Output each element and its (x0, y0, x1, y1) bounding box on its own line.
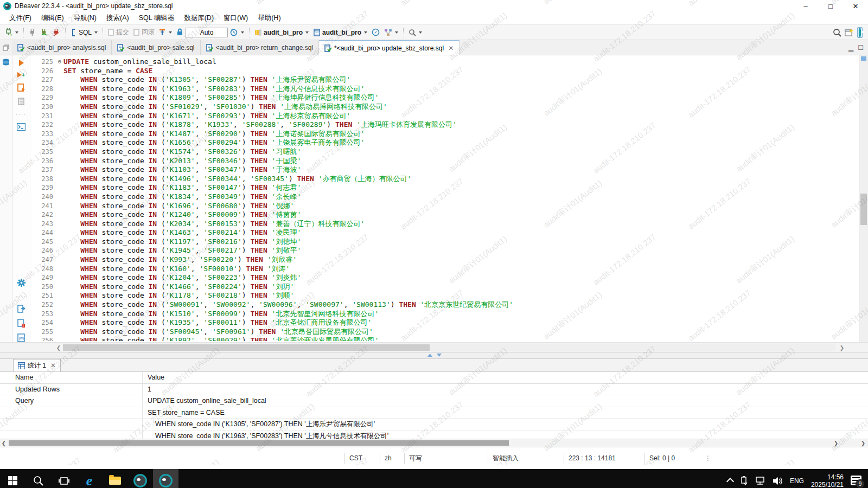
tab-close-icon[interactable]: ✕ (448, 44, 454, 52)
minimize-button[interactable]: – (793, 0, 818, 12)
new-connection-dropdown[interactable] (15, 31, 18, 34)
dbeaver-taskbar-button[interactable] (127, 469, 153, 488)
toolbar-search-button[interactable] (407, 28, 424, 37)
scroll-left-arrow[interactable]: ❮ (0, 439, 8, 447)
execute-new-tab-icon[interactable]: + (17, 72, 25, 78)
vertical-scroll-thumb[interactable] (860, 194, 867, 225)
scroll-right-arrow[interactable]: ❯ (838, 345, 846, 351)
export-output-icon[interactable] (17, 305, 25, 313)
minimize-editor-icon[interactable]: ▁ (848, 44, 853, 52)
execute-statement-icon[interactable] (19, 60, 24, 66)
menu-item[interactable]: 帮助(H) (253, 12, 285, 24)
stats-row-value[interactable]: SET store_name = CASE (142, 407, 868, 419)
script-icon[interactable] (17, 98, 25, 106)
database-selector[interactable]: audit_bi_pro (253, 28, 310, 37)
insert-mode-indicator[interactable]: 智能插入 (488, 453, 564, 464)
stats-row-value[interactable]: 1 (142, 384, 868, 396)
new-connection-button[interactable]: + (3, 27, 20, 37)
sash-grip-icon[interactable] (427, 354, 442, 357)
maximize-button[interactable]: □ (818, 0, 843, 12)
schema-dropdown[interactable] (364, 31, 367, 34)
history-button[interactable] (228, 27, 246, 37)
commit-button[interactable]: 提交 (106, 27, 131, 38)
database-navigator-icon[interactable] (2, 58, 10, 67)
scroll-left-arrow[interactable]: ❮ (54, 345, 63, 351)
scroll-right-arrow[interactable]: ❯ (832, 439, 840, 447)
file-explorer-button[interactable] (102, 469, 127, 488)
stats-row-value[interactable]: UPDATE custom_online_sale_bill_local (142, 395, 868, 407)
rollback-button[interactable]: 回滚 (132, 27, 156, 38)
statistics-tab-close-icon[interactable]: ✕ (50, 362, 56, 369)
taskbar-search-button[interactable] (25, 469, 51, 488)
caret-position-indicator[interactable]: 223 : 13 : 14181 (564, 453, 644, 464)
panel-horizontal-scrollbar[interactable]: ❮ ❯ ❯ (0, 439, 868, 447)
sql-editor-button[interactable]: SQL (69, 28, 99, 37)
menu-item[interactable]: 数据库(D) (179, 12, 219, 24)
schema-selector[interactable]: audit_bi_pro (311, 28, 369, 37)
lock-button[interactable] (175, 27, 185, 37)
history-dropdown[interactable] (241, 31, 244, 34)
execute-script-icon[interactable] (17, 84, 25, 92)
editor-tab-1[interactable]: <audit_bi_pro> analysis.sql (12, 40, 112, 55)
close-button[interactable]: ✕ (843, 0, 868, 12)
horizontal-scroll-thumb[interactable] (63, 344, 430, 351)
sql-editor[interactable]: 225⊖UPDATE custom_online_sale_bill_local… (30, 55, 859, 342)
transaction-log-button[interactable] (157, 27, 174, 37)
menu-item[interactable]: SQL 编辑器 (134, 12, 180, 24)
user-profile-button[interactable] (857, 27, 863, 38)
variables-icon[interactable]: (w) (17, 333, 25, 342)
write-mode-indicator[interactable]: 可写 (404, 453, 488, 464)
stats-row-name[interactable] (0, 419, 142, 431)
statistics-tab[interactable]: 统计 1 ✕ (13, 359, 61, 371)
timezone-indicator[interactable]: CST (344, 453, 380, 464)
navigator-sync-button[interactable] (370, 27, 381, 37)
panel-scroll-thumb[interactable] (9, 440, 509, 446)
quick-search-icon[interactable] (833, 28, 841, 37)
error-log-icon[interactable]: ! (17, 319, 25, 328)
transaction-dropdown[interactable] (169, 31, 172, 34)
menu-item[interactable]: 搜索(A) (101, 12, 134, 24)
er-diagram-button[interactable] (382, 28, 400, 37)
menu-item[interactable]: 文件(F) (4, 12, 36, 24)
panel-sash[interactable] (0, 352, 868, 359)
action-center-button[interactable]: 9 (851, 476, 863, 486)
editor-tab-4[interactable]: *<audit_bi_pro> update_sbz_store.sql✕ (319, 40, 459, 55)
restore-panel-icon[interactable] (0, 40, 12, 55)
dbeaver-taskbar-button-active[interactable] (153, 469, 178, 488)
menu-item[interactable]: 窗口(W) (219, 12, 253, 24)
scroll-right-arrow[interactable]: ❯ (859, 439, 867, 447)
start-button[interactable] (0, 469, 25, 488)
stats-row-name[interactable]: Updated Rows (0, 384, 142, 396)
network-icon[interactable] (755, 477, 765, 485)
editor-tab-3[interactable]: <audit_bi_pro> return_change.sql (201, 40, 319, 55)
stats-row-name[interactable] (0, 407, 142, 419)
terminal-icon[interactable] (17, 123, 25, 131)
perspective-icon[interactable] (845, 28, 854, 37)
menu-item[interactable]: 导航(N) (69, 12, 101, 24)
commit-mode-combo[interactable]: Auto (186, 28, 228, 37)
input-language-indicator[interactable]: ENG (790, 477, 804, 485)
connect-button[interactable] (27, 28, 37, 37)
stats-row-name[interactable]: Query (0, 395, 142, 407)
er-diagram-dropdown[interactable] (395, 31, 398, 34)
reconnect-button[interactable] (39, 28, 50, 37)
menu-item[interactable]: 编辑(E) (36, 12, 69, 24)
show-hidden-icons-chevron[interactable] (726, 478, 734, 485)
editor-vertical-scrollbar[interactable] (859, 55, 868, 342)
clock[interactable]: 14:56 2025/10/21 (811, 473, 844, 488)
settings-gear-icon[interactable] (17, 278, 26, 287)
usb-device-icon[interactable] (740, 476, 748, 486)
disconnect-button[interactable] (51, 28, 62, 37)
toolbar-search-dropdown[interactable] (419, 31, 422, 34)
speaker-icon[interactable] (773, 477, 783, 485)
task-view-button[interactable] (51, 469, 76, 488)
editor-horizontal-scrollbar[interactable]: ❮ ❯ (0, 342, 868, 352)
language-indicator[interactable]: zh (380, 453, 404, 464)
selection-indicator[interactable]: Sel: 0 | 0 (644, 453, 700, 464)
internet-explorer-button[interactable]: e (76, 469, 102, 488)
sql-editor-dropdown[interactable] (94, 31, 98, 34)
stats-row-value[interactable]: WHEN store_code IN ('K1305', 'SF00287') … (142, 419, 868, 431)
database-dropdown[interactable] (305, 31, 309, 34)
editor-tab-2[interactable]: <audit_bi_pro> sale.sql (112, 40, 200, 55)
maximize-editor-icon[interactable]: ☐ (858, 44, 864, 52)
